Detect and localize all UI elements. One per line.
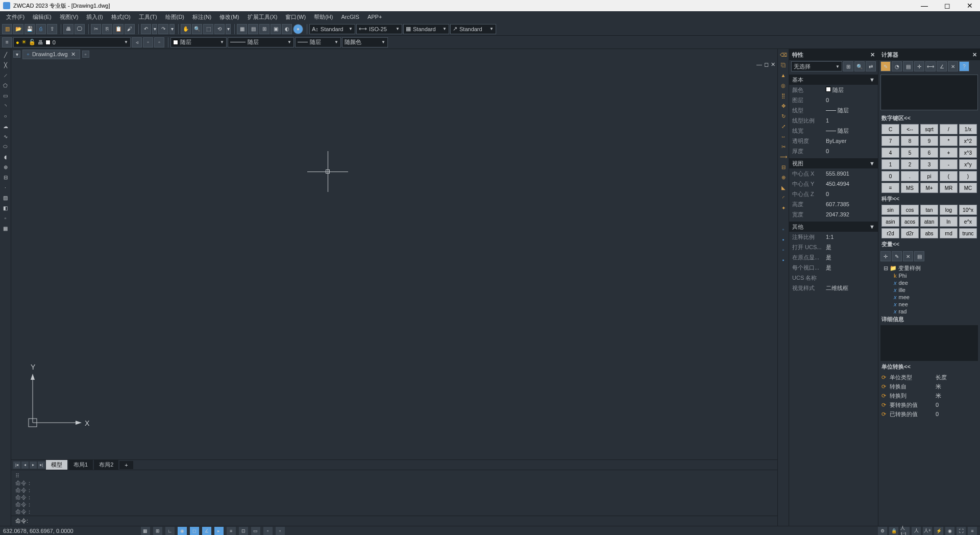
key-c[interactable]: C xyxy=(881,124,899,134)
draworder-below-icon[interactable]: ▪ xyxy=(779,255,788,264)
var-item[interactable]: xdee xyxy=(881,279,977,286)
other-section-header[interactable]: 其他▼ xyxy=(789,222,878,232)
hardware-button[interactable]: ⚡ xyxy=(934,527,943,535)
transparency-toggle[interactable]: ▫ xyxy=(276,527,285,535)
scale-icon[interactable]: ⤢ xyxy=(779,121,788,131)
selection-dropdown[interactable]: 无选择▼ xyxy=(791,61,842,71)
menu-draw[interactable]: 绘图(D) xyxy=(161,13,188,21)
prop-vstyle-value[interactable]: 二维线框 xyxy=(824,284,878,292)
save-button[interactable]: 💾 xyxy=(24,24,35,34)
prop-annoscale-value[interactable]: 1:1 xyxy=(824,234,878,240)
layout1-tab[interactable]: 布局1 xyxy=(68,460,93,470)
region-icon[interactable]: ▫ xyxy=(1,213,10,223)
key-tan[interactable]: tan xyxy=(920,205,938,215)
key-sqrt[interactable]: sqrt xyxy=(920,124,938,134)
move-icon[interactable]: ✥ xyxy=(779,101,788,110)
add-layout-button[interactable]: + xyxy=(119,461,133,469)
block-icon[interactable]: ⊟ xyxy=(1,173,10,182)
key-sub[interactable]: - xyxy=(940,159,958,169)
insert-icon[interactable]: ⊕ xyxy=(1,162,10,172)
cycle-toggle[interactable]: ⊡ xyxy=(239,527,248,535)
text-style-dropdown[interactable]: A↕Standard▼ xyxy=(309,24,355,34)
prop-lweight-value[interactable]: 随层 xyxy=(824,127,878,135)
lwt-toggle[interactable]: ≡ xyxy=(227,527,236,535)
view-section-header[interactable]: 视图▼ xyxy=(789,158,878,168)
prop-cy-value[interactable]: 450.4994 xyxy=(824,181,878,187)
key-ms[interactable]: MS xyxy=(901,183,919,193)
unit-from-value[interactable]: 米 xyxy=(936,383,941,391)
calc-dist-icon[interactable]: ⟷ xyxy=(925,61,936,71)
spline-icon[interactable]: ∿ xyxy=(1,132,10,141)
var-item[interactable]: xille xyxy=(881,286,977,294)
tab-last-button[interactable]: ▸| xyxy=(38,461,45,469)
key-ln[interactable]: ln xyxy=(940,216,958,227)
explode-icon[interactable]: ✦ xyxy=(779,203,788,212)
close-button[interactable]: ✕ xyxy=(963,2,977,10)
dyn-toggle[interactable]: ▸ xyxy=(214,527,224,535)
qp-toggle[interactable]: ▫ xyxy=(263,527,273,535)
key-d2r[interactable]: d2r xyxy=(901,228,919,238)
calculator-close-icon[interactable]: ✕ xyxy=(972,52,977,58)
properties-button[interactable]: ⊞ xyxy=(259,24,270,34)
calc-getpoint-icon[interactable]: ✛ xyxy=(914,61,924,71)
prop-origin-value[interactable]: 是 xyxy=(824,254,878,261)
print-button[interactable]: 🖶 xyxy=(63,24,74,34)
menu-modify[interactable]: 修改(M) xyxy=(215,13,243,21)
workspace-button[interactable]: ⚙ xyxy=(878,527,887,535)
break-icon[interactable]: ⊟ xyxy=(779,162,788,172)
key-1[interactable]: 1 xyxy=(881,159,899,169)
offset-icon[interactable]: ◎ xyxy=(779,81,788,90)
copy-obj-icon[interactable]: ⿻ xyxy=(779,60,788,69)
new-button[interactable]: ▥ xyxy=(2,24,12,34)
prop-ltype-value[interactable]: 随层 xyxy=(824,107,878,114)
draworder-above-icon[interactable]: ▫ xyxy=(779,245,788,254)
prop-ucson-value[interactable]: 是 xyxy=(824,244,878,251)
key-add[interactable]: + xyxy=(940,148,958,158)
table-style-dropdown[interactable]: ▦Standard▼ xyxy=(403,24,449,34)
menu-window[interactable]: 窗口(W) xyxy=(281,13,310,21)
draworder-back-icon[interactable]: ▫ xyxy=(779,225,788,234)
menu-express[interactable]: 扩展工具(X) xyxy=(243,13,282,21)
key-trunc[interactable]: trunc xyxy=(959,228,977,238)
viewport-close-icon[interactable]: ✕ xyxy=(771,61,775,68)
key-9[interactable]: 9 xyxy=(920,136,938,146)
cut-button[interactable]: ✂ xyxy=(91,24,101,34)
xline-icon[interactable]: ╳ xyxy=(1,60,10,69)
prop-ltscale-value[interactable]: 1 xyxy=(824,117,878,124)
key-abs[interactable]: abs xyxy=(920,228,938,238)
document-tab[interactable]: ▫ Drawing1.dwg ✕ xyxy=(22,50,80,59)
layer-prev-button[interactable]: ◃ xyxy=(132,37,142,47)
ellipsearc-icon[interactable]: ◖ xyxy=(1,152,10,161)
properties-close-icon[interactable]: ✕ xyxy=(870,52,875,58)
var-delete-icon[interactable]: ✕ xyxy=(903,251,913,261)
dim-style-dropdown[interactable]: ⟷ISO-25▼ xyxy=(356,24,402,34)
calc-clear-icon[interactable]: ✎ xyxy=(880,61,891,71)
tab-prev-button[interactable]: ◂ xyxy=(21,461,29,469)
calc-history-icon[interactable]: ◔ xyxy=(892,61,902,71)
pan-button[interactable]: ✋ xyxy=(181,24,191,34)
snap-toggle[interactable]: ⊞ xyxy=(153,527,162,535)
plotstyle-dropdown[interactable]: 随颜色▼ xyxy=(342,37,388,47)
zoom-button[interactable]: 🔍 xyxy=(192,24,202,34)
grid-toggle[interactable]: ▦ xyxy=(141,527,150,535)
ortho-toggle[interactable]: ∟ xyxy=(165,527,175,535)
tab-first-button[interactable]: |◂ xyxy=(13,461,20,469)
chamfer-icon[interactable]: ◣ xyxy=(779,183,788,192)
prop-cx-value[interactable]: 555.8901 xyxy=(824,171,878,177)
key-cos[interactable]: cos xyxy=(901,205,919,215)
viewport-button[interactable]: ▦ xyxy=(237,24,247,34)
key-inv[interactable]: 1/x xyxy=(959,124,977,134)
key-mr[interactable]: MR xyxy=(940,183,958,193)
basic-section-header[interactable]: 基本▼ xyxy=(789,75,878,85)
key-8[interactable]: 8 xyxy=(901,136,919,146)
linetype-dropdown[interactable]: 随层▼ xyxy=(228,37,294,47)
unit-result-value[interactable]: 0 xyxy=(936,411,939,417)
hatch-icon[interactable]: ▨ xyxy=(1,193,10,202)
annoscale-button[interactable]: 人 1:1 xyxy=(900,527,910,535)
prop-width-value[interactable]: 2047.392 xyxy=(824,211,878,217)
preview-button[interactable]: 🖵 xyxy=(75,24,85,34)
key-back[interactable]: <-- xyxy=(901,124,919,134)
prop-transp-value[interactable]: ByLayer xyxy=(824,138,878,144)
prop-color-value[interactable]: 随层 xyxy=(824,86,878,94)
model-toggle[interactable]: ▭ xyxy=(251,527,260,535)
